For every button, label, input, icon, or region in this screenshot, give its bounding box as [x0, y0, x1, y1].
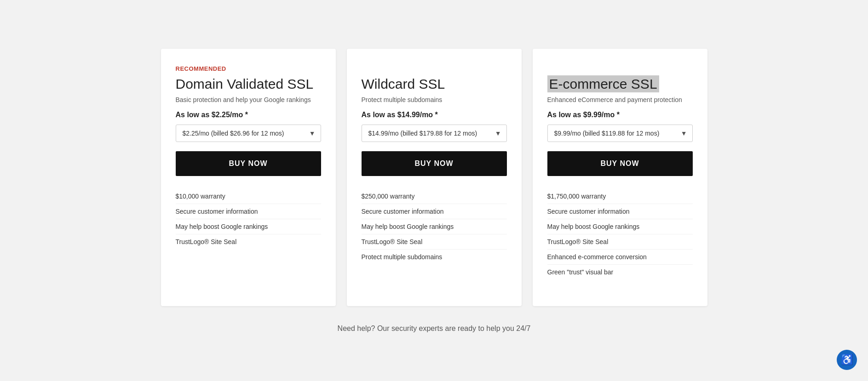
footer-help: Need help? Our security experts are read… — [338, 324, 531, 333]
feature-item: Secure customer information — [547, 204, 693, 219]
card-subtitle: Basic protection and help your Google ra… — [176, 96, 321, 103]
card-badge: RECOMMENDED — [176, 65, 321, 72]
card-price-label: As low as $9.99/mo * — [547, 111, 693, 119]
card-select-wrapper[interactable]: $9.99/mo (billed $119.88 for 12 mos) ▼ — [547, 125, 693, 142]
pricing-select[interactable]: $2.25/mo (billed $26.96 for 12 mos) — [176, 125, 321, 142]
buy-now-button[interactable]: BUY NOW — [362, 151, 507, 176]
feature-item: Secure customer information — [176, 204, 321, 219]
feature-item: TrustLogo® Site Seal — [176, 234, 321, 249]
features-list: $250,000 warrantySecure customer informa… — [362, 189, 507, 264]
feature-item: Protect multiple subdomains — [362, 250, 507, 264]
card-ecommerce: PLACEHOLDER E-commerce SSL Enhanced eCom… — [533, 49, 707, 306]
card-subtitle: Enhanced eCommerce and payment protectio… — [547, 96, 693, 103]
card-title: Domain Validated SSL — [176, 76, 321, 92]
features-list: $10,000 warrantySecure customer informat… — [176, 189, 321, 249]
accessibility-icon: ♿ — [841, 354, 853, 366]
feature-item: May help boost Google rankings — [547, 219, 693, 234]
card-title: E-commerce SSL — [547, 76, 693, 92]
pricing-cards: RECOMMENDED Domain Validated SSL Basic p… — [158, 49, 710, 306]
card-wildcard: PLACEHOLDER Wildcard SSL Protect multipl… — [347, 49, 522, 306]
feature-item: Secure customer information — [362, 204, 507, 219]
pricing-select[interactable]: $14.99/mo (billed $179.88 for 12 mos) — [362, 125, 507, 142]
card-select-wrapper[interactable]: $2.25/mo (billed $26.96 for 12 mos) ▼ — [176, 125, 321, 142]
feature-item: Green "trust" visual bar — [547, 265, 693, 279]
feature-item: $1,750,000 warranty — [547, 189, 693, 204]
card-subtitle: Protect multiple subdomains — [362, 96, 507, 103]
feature-item: May help boost Google rankings — [176, 219, 321, 234]
feature-item: TrustLogo® Site Seal — [362, 234, 507, 250]
feature-item: $250,000 warranty — [362, 189, 507, 204]
card-domain-validated: RECOMMENDED Domain Validated SSL Basic p… — [161, 49, 336, 306]
buy-now-button[interactable]: BUY NOW — [547, 151, 693, 176]
feature-item: Enhanced e-commerce conversion — [547, 250, 693, 265]
accessibility-button[interactable]: ♿ — [837, 350, 857, 370]
feature-item: May help boost Google rankings — [362, 219, 507, 234]
pricing-select[interactable]: $9.99/mo (billed $119.88 for 12 mos) — [547, 125, 693, 142]
feature-item: TrustLogo® Site Seal — [547, 234, 693, 250]
card-price-label: As low as $14.99/mo * — [362, 111, 507, 119]
buy-now-button[interactable]: BUY NOW — [176, 151, 321, 176]
features-list: $1,750,000 warrantySecure customer infor… — [547, 189, 693, 279]
card-title: Wildcard SSL — [362, 76, 507, 92]
card-price-label: As low as $2.25/mo * — [176, 111, 321, 119]
feature-item: $10,000 warranty — [176, 189, 321, 204]
card-select-wrapper[interactable]: $14.99/mo (billed $179.88 for 12 mos) ▼ — [362, 125, 507, 142]
